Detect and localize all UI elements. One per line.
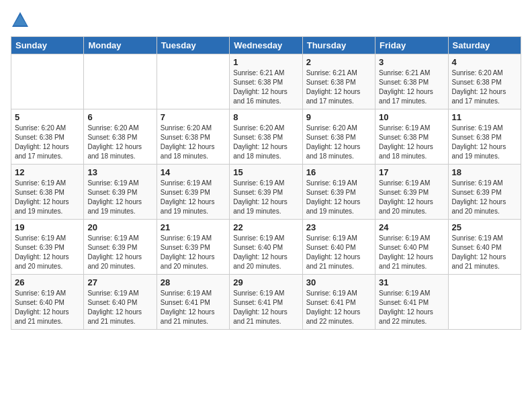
day-info: Sunrise: 6:19 AM Sunset: 6:38 PM Dayligh… [452,124,517,161]
day-cell: 23Sunrise: 6:19 AM Sunset: 6:40 PM Dayli… [302,220,375,275]
day-number: 17 [379,167,444,177]
day-info: Sunrise: 6:21 AM Sunset: 6:38 PM Dayligh… [233,68,298,106]
day-cell: 6Sunrise: 6:20 AM Sunset: 6:38 PM Daylig… [84,109,157,165]
header-cell-tuesday: Tuesday [157,37,229,54]
day-info: Sunrise: 6:19 AM Sunset: 6:40 PM Dayligh… [379,234,444,271]
day-cell: 29Sunrise: 6:19 AM Sunset: 6:41 PM Dayli… [230,275,302,330]
day-info: Sunrise: 6:19 AM Sunset: 6:40 PM Dayligh… [233,234,298,271]
day-cell: 30Sunrise: 6:19 AM Sunset: 6:41 PM Dayli… [302,275,375,330]
header-row: SundayMondayTuesdayWednesdayThursdayFrid… [11,37,521,54]
header-cell-friday: Friday [375,37,448,54]
day-number: 29 [233,277,298,287]
day-number: 9 [306,112,371,122]
day-info: Sunrise: 6:21 AM Sunset: 6:38 PM Dayligh… [379,68,444,106]
day-number: 8 [233,112,298,122]
day-number: 15 [233,167,298,177]
day-number: 2 [306,57,371,67]
day-info: Sunrise: 6:19 AM Sunset: 6:38 PM Dayligh… [379,124,444,161]
day-cell: 4Sunrise: 6:20 AM Sunset: 6:38 PM Daylig… [448,54,521,109]
page: SundayMondayTuesdayWednesdayThursdayFrid… [0,0,532,411]
day-cell: 18Sunrise: 6:19 AM Sunset: 6:39 PM Dayli… [448,165,521,220]
day-info: Sunrise: 6:19 AM Sunset: 6:41 PM Dayligh… [306,289,371,326]
day-number: 23 [306,222,371,232]
day-cell: 17Sunrise: 6:19 AM Sunset: 6:39 PM Dayli… [375,165,448,220]
day-info: Sunrise: 6:20 AM Sunset: 6:38 PM Dayligh… [87,124,152,161]
day-cell: 20Sunrise: 6:19 AM Sunset: 6:39 PM Dayli… [84,220,157,275]
day-cell: 12Sunrise: 6:19 AM Sunset: 6:38 PM Dayli… [11,165,84,220]
week-row-0: 1Sunrise: 6:21 AM Sunset: 6:38 PM Daylig… [11,54,521,109]
calendar-header: SundayMondayTuesdayWednesdayThursdayFrid… [11,37,521,54]
week-row-3: 19Sunrise: 6:19 AM Sunset: 6:39 PM Dayli… [11,220,521,275]
day-number: 6 [87,112,152,122]
day-number: 7 [161,112,226,122]
day-info: Sunrise: 6:19 AM Sunset: 6:41 PM Dayligh… [161,289,226,326]
day-cell: 19Sunrise: 6:19 AM Sunset: 6:39 PM Dayli… [11,220,84,275]
day-info: Sunrise: 6:20 AM Sunset: 6:38 PM Dayligh… [233,124,298,161]
day-cell: 3Sunrise: 6:21 AM Sunset: 6:38 PM Daylig… [375,54,448,109]
day-cell: 2Sunrise: 6:21 AM Sunset: 6:38 PM Daylig… [302,54,375,109]
day-cell: 13Sunrise: 6:19 AM Sunset: 6:39 PM Dayli… [84,165,157,220]
week-row-4: 26Sunrise: 6:19 AM Sunset: 6:40 PM Dayli… [11,275,521,330]
day-info: Sunrise: 6:20 AM Sunset: 6:38 PM Dayligh… [15,124,80,161]
day-cell: 5Sunrise: 6:20 AM Sunset: 6:38 PM Daylig… [11,109,84,165]
day-number: 12 [15,167,80,177]
day-cell: 7Sunrise: 6:20 AM Sunset: 6:38 PM Daylig… [157,109,229,165]
day-info: Sunrise: 6:19 AM Sunset: 6:39 PM Dayligh… [233,179,298,216]
day-number: 11 [452,112,517,122]
week-row-2: 12Sunrise: 6:19 AM Sunset: 6:38 PM Dayli… [11,165,521,220]
day-info: Sunrise: 6:19 AM Sunset: 6:39 PM Dayligh… [15,234,80,271]
day-cell [448,275,521,330]
day-number: 19 [15,222,80,232]
day-cell: 15Sunrise: 6:19 AM Sunset: 6:39 PM Dayli… [230,165,302,220]
header [11,11,521,30]
day-cell: 8Sunrise: 6:20 AM Sunset: 6:38 PM Daylig… [230,109,302,165]
day-cell: 25Sunrise: 6:19 AM Sunset: 6:40 PM Dayli… [448,220,521,275]
day-cell: 9Sunrise: 6:20 AM Sunset: 6:38 PM Daylig… [302,109,375,165]
header-cell-saturday: Saturday [448,37,521,54]
day-cell [11,54,84,109]
logo [11,11,32,30]
header-cell-sunday: Sunday [11,37,84,54]
day-cell: 14Sunrise: 6:19 AM Sunset: 6:39 PM Dayli… [157,165,229,220]
day-number: 5 [15,112,80,122]
day-number: 27 [87,277,152,287]
day-cell: 31Sunrise: 6:19 AM Sunset: 6:41 PM Dayli… [375,275,448,330]
day-number: 30 [306,277,371,287]
logo-icon [11,11,30,30]
day-info: Sunrise: 6:19 AM Sunset: 6:39 PM Dayligh… [87,234,152,271]
day-number: 22 [233,222,298,232]
day-info: Sunrise: 6:19 AM Sunset: 6:39 PM Dayligh… [161,179,226,216]
header-cell-wednesday: Wednesday [230,37,302,54]
day-info: Sunrise: 6:20 AM Sunset: 6:38 PM Dayligh… [306,124,371,161]
day-number: 1 [233,57,298,67]
day-info: Sunrise: 6:19 AM Sunset: 6:39 PM Dayligh… [161,234,226,271]
svg-marker-1 [13,15,27,26]
day-number: 24 [379,222,444,232]
day-info: Sunrise: 6:19 AM Sunset: 6:39 PM Dayligh… [452,179,517,216]
day-info: Sunrise: 6:20 AM Sunset: 6:38 PM Dayligh… [161,124,226,161]
day-cell: 28Sunrise: 6:19 AM Sunset: 6:41 PM Dayli… [157,275,229,330]
day-info: Sunrise: 6:19 AM Sunset: 6:39 PM Dayligh… [87,179,152,216]
day-number: 26 [15,277,80,287]
day-cell [157,54,229,109]
day-number: 28 [161,277,226,287]
day-number: 4 [452,57,517,67]
day-number: 25 [452,222,517,232]
day-number: 10 [379,112,444,122]
day-number: 18 [452,167,517,177]
day-number: 16 [306,167,371,177]
day-info: Sunrise: 6:19 AM Sunset: 6:39 PM Dayligh… [306,179,371,216]
day-info: Sunrise: 6:20 AM Sunset: 6:38 PM Dayligh… [452,68,517,106]
day-cell [84,54,157,109]
day-info: Sunrise: 6:19 AM Sunset: 6:40 PM Dayligh… [87,289,152,326]
day-number: 31 [379,277,444,287]
day-info: Sunrise: 6:21 AM Sunset: 6:38 PM Dayligh… [306,68,371,106]
day-cell: 24Sunrise: 6:19 AM Sunset: 6:40 PM Dayli… [375,220,448,275]
day-cell: 22Sunrise: 6:19 AM Sunset: 6:40 PM Dayli… [230,220,302,275]
header-cell-monday: Monday [84,37,157,54]
day-number: 20 [87,222,152,232]
day-cell: 10Sunrise: 6:19 AM Sunset: 6:38 PM Dayli… [375,109,448,165]
day-number: 14 [161,167,226,177]
day-number: 13 [87,167,152,177]
day-number: 21 [161,222,226,232]
